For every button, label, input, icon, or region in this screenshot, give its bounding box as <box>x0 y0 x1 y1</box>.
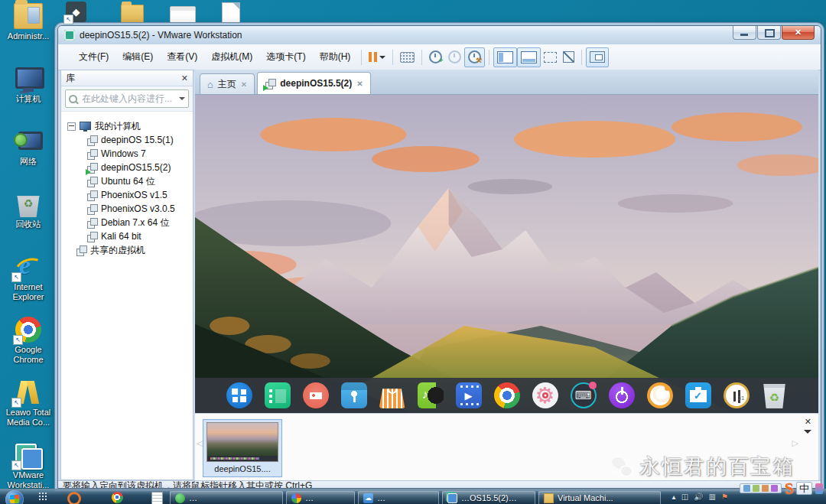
taskbar-button-vmware[interactable]: …OS15.5(2)… <box>442 491 535 504</box>
dock-screenshot-icon[interactable] <box>685 382 711 408</box>
tab-strip: 主页 deepinOS15.5(2) <box>195 70 818 95</box>
quicklaunch-grid-icon[interactable] <box>38 492 47 501</box>
recycle-bin-icon <box>14 191 43 217</box>
console-view-button[interactable] <box>586 47 609 67</box>
tree-label: Kali 64 bit <box>101 231 141 242</box>
ime-toolbar[interactable] <box>740 483 782 493</box>
desktop-icon-internet-explorer[interactable]: Internet Explorer <box>0 254 57 315</box>
tray-network-icon[interactable]: ▥ <box>709 493 716 502</box>
tray-hidden-icons-icon[interactable]: ▴ <box>672 493 676 502</box>
take-snapshot-button[interactable]: + <box>426 48 445 67</box>
dock-control-center-icon[interactable] <box>532 382 558 408</box>
maximize-button[interactable] <box>757 26 781 40</box>
desktop-icon-google-chrome[interactable]: Google Chrome <box>0 317 57 378</box>
ime-tool-icon[interactable] <box>762 485 769 492</box>
taskbar-button-folder[interactable]: Virtual Machi... <box>538 491 661 504</box>
vm-thumbnail[interactable]: deepinOS15.... <box>203 419 282 477</box>
menu-vm[interactable]: 虚拟机(M) <box>204 47 259 67</box>
ime-tool-icon[interactable] <box>753 485 759 492</box>
desktop-top-document-icon[interactable] <box>222 2 240 24</box>
menu-view[interactable]: 查看(V) <box>160 47 204 67</box>
desktop-icon-network[interactable]: 网络 <box>0 128 57 190</box>
dock-deepin-store-icon[interactable] <box>341 382 367 408</box>
dock-chrome-icon[interactable] <box>494 382 520 408</box>
dock-onboard-keyboard-icon[interactable] <box>571 382 597 408</box>
ime-tool-icon[interactable] <box>743 485 750 492</box>
minimize-button[interactable] <box>733 26 756 40</box>
shortcut-arrow-icon <box>63 15 73 24</box>
dock-calendar-icon[interactable]: 31 <box>724 382 750 408</box>
dock-shutdown-icon[interactable] <box>609 382 635 408</box>
dock-music-icon[interactable] <box>418 382 444 408</box>
show-thumbnail-bar-button[interactable] <box>517 47 541 67</box>
desktop-top-window-icon[interactable] <box>170 6 196 24</box>
fullscreen-button[interactable] <box>541 48 560 67</box>
toolbar-separator <box>392 50 393 65</box>
tree-item-vm[interactable]: PhoenixOS v1.5 <box>61 188 193 202</box>
tree-item-vm-running[interactable]: deepinOS15.5(2) <box>61 161 193 174</box>
tree-item-vm[interactable]: Ubuntu 64 位 <box>61 174 193 188</box>
collapse-toggle-icon[interactable] <box>67 122 76 131</box>
thumbnail-bar-close-icon[interactable] <box>805 417 811 427</box>
dock-launcher-icon[interactable] <box>226 382 252 408</box>
tray-display-icon[interactable]: ◫ <box>681 493 688 502</box>
tree-item-vm[interactable]: Windows 7 <box>61 147 193 161</box>
tree-item-shared-vms[interactable]: 共享的虚拟机 <box>61 243 193 257</box>
taskbar-button-2[interactable]: … <box>286 491 355 504</box>
snapshot-manager-button[interactable]: ⚒ <box>464 47 485 67</box>
thumbnail-bar-menu-icon[interactable] <box>804 430 811 437</box>
ime-tool-icon[interactable] <box>771 485 778 492</box>
dock-assistant-icon[interactable] <box>647 382 673 408</box>
start-button[interactable] <box>5 490 24 504</box>
dock-app-store-icon[interactable] <box>379 382 405 408</box>
tab-home[interactable]: 主页 <box>200 73 255 94</box>
quicklaunch-notepad-icon[interactable] <box>151 492 163 504</box>
tab-vm-deepinos[interactable]: deepinOS15.5(2) <box>257 72 370 94</box>
tree-item-my-computer[interactable]: 我的计算机 <box>61 119 193 133</box>
thumbnail-scroll-right-icon[interactable] <box>792 438 798 448</box>
taskbar-button-1[interactable]: … <box>170 491 283 504</box>
desktop-icon-label: 计算机 <box>16 94 41 104</box>
desktop-icon-computer[interactable]: 计算机 <box>0 66 57 127</box>
menu-file[interactable]: 文件(F) <box>72 47 115 67</box>
library-close-icon[interactable] <box>181 73 188 83</box>
vm-console-screen[interactable]: 31 <box>195 95 818 413</box>
desktop-icon-recycle-bin[interactable]: 回收站 <box>0 191 57 252</box>
dock-trash-icon[interactable] <box>762 382 788 408</box>
suspend-vm-button[interactable] <box>366 48 389 67</box>
search-input[interactable] <box>80 93 176 105</box>
quicklaunch-360-icon[interactable] <box>67 492 81 504</box>
unity-mode-button[interactable] <box>560 48 577 67</box>
close-button[interactable] <box>782 26 815 40</box>
dock-file-manager-icon[interactable] <box>265 382 291 408</box>
desktop-top-app-icon[interactable] <box>66 2 86 22</box>
tray-volume-icon[interactable]: 🔊 <box>694 493 703 502</box>
taskbar-button-3[interactable]: … <box>358 491 439 504</box>
dock-video-player-icon[interactable] <box>456 382 482 408</box>
tree-item-vm[interactable]: deepinOS 15.5(1) <box>61 133 193 147</box>
desktop-icon-administrator[interactable]: Administr... <box>0 3 57 64</box>
desktop-top-folder-icon[interactable] <box>121 5 144 23</box>
title-bar[interactable]: deepinOS15.5(2) - VMware Workstation <box>58 26 821 44</box>
menu-edit[interactable]: 编辑(E) <box>115 47 160 67</box>
tab-close-icon[interactable] <box>356 80 363 88</box>
dock-deepin-movie-icon[interactable] <box>303 382 329 408</box>
send-ctrl-alt-del-button[interactable] <box>397 48 418 67</box>
revert-snapshot-button[interactable] <box>445 48 464 67</box>
tab-close-icon[interactable] <box>241 80 247 89</box>
sogou-input-icon[interactable]: S <box>784 479 794 497</box>
ime-chinese-indicator[interactable]: 中 <box>796 482 812 495</box>
quicklaunch-chrome-icon[interactable] <box>112 492 123 503</box>
tray-security-icon[interactable]: ⚑ <box>721 493 728 502</box>
show-library-button[interactable] <box>493 47 517 67</box>
play-badge-icon <box>86 169 91 175</box>
pause-icon <box>369 52 372 62</box>
search-dropdown-icon[interactable] <box>179 97 185 103</box>
menu-help[interactable]: 帮助(H) <box>313 47 358 67</box>
desktop-icon-leawo[interactable]: Leawo Total Media Co... <box>0 379 57 441</box>
tree-label: PhoenixOS v3.0.5 <box>101 203 175 214</box>
tree-item-vm[interactable]: PhoenixOS v3.0.5 <box>61 202 193 216</box>
tree-item-vm[interactable]: Kali 64 bit <box>61 229 193 243</box>
menu-tabs[interactable]: 选项卡(T) <box>259 47 312 67</box>
tree-item-vm[interactable]: Debian 7.x 64 位 <box>61 216 193 229</box>
